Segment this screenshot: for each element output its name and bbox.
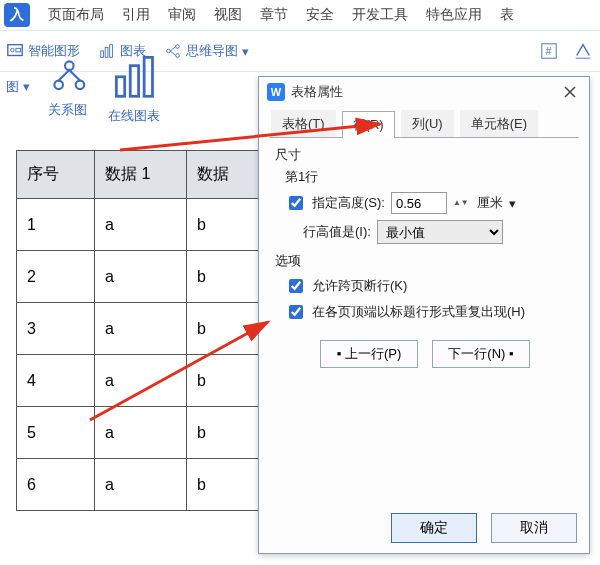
spinner-icons[interactable]: ▲▼ [453,199,469,207]
height-unit: 厘米 [477,194,503,212]
dialog-body: 尺寸 第1行 指定高度(S): ▲▼ 厘米 ▾ 行高值是(I): 最小值 选项 … [269,137,579,497]
svg-point-12 [65,62,74,71]
dialog-icon: W [267,83,285,101]
table-cell[interactable]: 2 [17,251,95,303]
repeat-header-checkbox[interactable] [289,305,303,319]
table-cell[interactable]: a [95,251,187,303]
table-header[interactable]: 数据 1 [95,151,187,199]
menu-review[interactable]: 审阅 [168,6,196,24]
table-header-row[interactable]: 序号 数据 1 数据 [17,151,259,199]
svg-rect-16 [131,65,139,96]
tab-cell[interactable]: 单元格(E) [460,110,538,137]
size-section-label: 尺寸 [275,146,575,164]
svg-point-1 [11,48,15,52]
svg-rect-3 [101,51,104,57]
svg-text:#: # [545,45,551,57]
allow-break-checkbox[interactable] [289,279,303,293]
dialog-titlebar: W 表格属性 [259,77,589,107]
height-input[interactable] [391,192,447,214]
toolbar-online-chart[interactable]: 在线图表 [108,49,164,126]
toolbar-relation-label: 关系图 [48,102,87,117]
table-row[interactable]: 6ab [17,459,259,511]
toolbar-relation[interactable]: 关系图 [48,55,91,119]
app-logo: 入 [4,3,30,27]
svg-rect-15 [117,77,125,96]
options-section-label: 选项 [275,252,575,270]
table-cell[interactable]: b [187,407,259,459]
table-cell[interactable]: 3 [17,303,95,355]
svg-point-6 [167,49,171,53]
cancel-button[interactable]: 取消 [491,513,577,543]
options-section: 选项 允许跨页断行(K) 在各页顶端以标题行形式重复出现(H) [275,252,575,322]
specify-height-label: 指定高度(S): [312,194,385,212]
prev-row-button[interactable]: ▪ 上一行(P) [320,340,418,368]
close-button[interactable] [559,81,581,103]
repeat-header-label: 在各页顶端以标题行形式重复出现(H) [312,303,525,321]
menu-security[interactable]: 安全 [306,6,334,24]
table-cell[interactable]: 1 [17,199,95,251]
table-cell[interactable]: 6 [17,459,95,511]
svg-rect-17 [144,57,152,96]
svg-point-7 [176,45,180,49]
smart-shape-icon [6,42,24,60]
dialog-tabs: 表格(T) 行(R) 列(U) 单元格(E) [259,107,589,137]
table-cell[interactable]: a [95,199,187,251]
mindmap-icon [164,42,182,60]
current-row-label: 第1行 [285,168,575,186]
svg-rect-2 [16,48,21,52]
online-chart-icon [108,49,164,105]
table-cell[interactable]: b [187,199,259,251]
table-header[interactable]: 序号 [17,151,95,199]
table-row[interactable]: 5ab [17,407,259,459]
table-properties-dialog: W 表格属性 表格(T) 行(R) 列(U) 单元格(E) 尺寸 第1行 指定高… [258,76,590,554]
row-height-is-label: 行高值是(I): [303,223,371,241]
tab-table[interactable]: 表格(T) [271,110,336,137]
toolbar-chart-dropdown-label: 图 ▾ [6,79,30,94]
menu-page-layout[interactable]: 页面布局 [48,6,104,24]
hash-icon[interactable]: # [540,42,558,60]
table-row[interactable]: 4ab [17,355,259,407]
table-row[interactable]: 1ab [17,199,259,251]
tab-column[interactable]: 列(U) [401,110,454,137]
table-cell[interactable]: a [95,355,187,407]
table-cell[interactable]: a [95,459,187,511]
document-table[interactable]: 序号 数据 1 数据 1ab2ab3ab4ab5ab6ab [16,150,259,511]
svg-point-13 [54,81,63,90]
main-menubar: 入 页面布局 引用 审阅 视图 章节 安全 开发工具 特色应用 表 [0,0,600,30]
table-cell[interactable]: b [187,355,259,407]
format-icon[interactable] [574,42,592,60]
table-cell[interactable]: b [187,459,259,511]
menu-sections[interactable]: 章节 [260,6,288,24]
ok-button[interactable]: 确定 [391,513,477,543]
specify-height-checkbox[interactable] [289,196,303,210]
toolbar-online-chart-label: 在线图表 [108,108,160,123]
menu-references[interactable]: 引用 [122,6,150,24]
close-icon [563,85,577,99]
row-height-is-select[interactable]: 最小值 [377,220,503,244]
toolbar-mindmap[interactable]: 思维导图 ▾ [164,42,249,60]
menu-devtools[interactable]: 开发工具 [352,6,408,24]
table-header[interactable]: 数据 [187,151,259,199]
tab-row[interactable]: 行(R) [342,111,395,138]
table-cell[interactable]: a [95,407,187,459]
menu-featured[interactable]: 特色应用 [426,6,482,24]
toolbar-chart-dropdown[interactable]: 图 ▾ [6,78,30,96]
toolbar-mindmap-label: 思维导图 [186,42,238,60]
menu-view[interactable]: 视图 [214,6,242,24]
table-cell[interactable]: b [187,251,259,303]
table-cell[interactable]: a [95,303,187,355]
relation-icon [48,55,91,98]
svg-point-14 [75,81,84,90]
allow-break-label: 允许跨页断行(K) [312,277,407,295]
table-cell[interactable]: 4 [17,355,95,407]
table-row[interactable]: 3ab [17,303,259,355]
next-row-button[interactable]: 下一行(N) ▪ [432,340,530,368]
table-cell[interactable]: b [187,303,259,355]
svg-point-8 [176,54,180,58]
size-section: 尺寸 第1行 指定高度(S): ▲▼ 厘米 ▾ 行高值是(I): 最小值 [275,146,575,244]
dialog-title: 表格属性 [291,83,343,101]
table-cell[interactable]: 5 [17,407,95,459]
table-row[interactable]: 2ab [17,251,259,303]
menu-table[interactable]: 表 [500,6,514,24]
